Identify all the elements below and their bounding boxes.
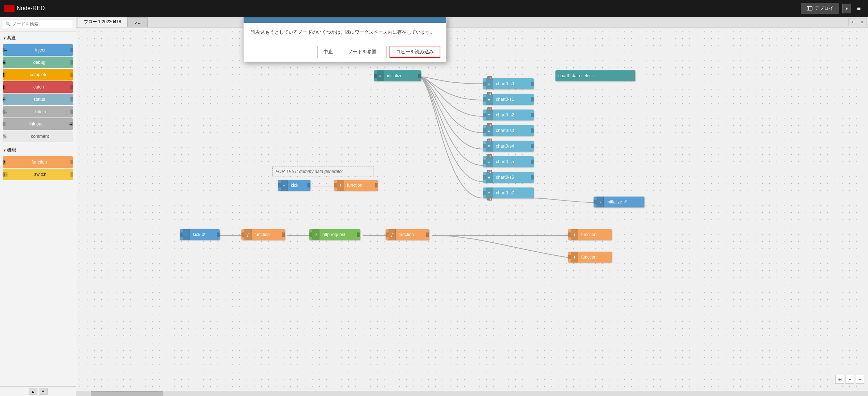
chart0-s3-label: chart0-s3 [493,128,531,133]
header-right: デプロイ ▾ ≡ [801,3,864,14]
deploy-button[interactable]: デプロイ [801,3,839,14]
flow-node-chart0-s2[interactable]: -1 ≡ chart0-s2 [483,110,534,120]
kick1-port-left [278,183,281,187]
connections-svg [76,28,868,391]
search-input[interactable] [12,21,70,26]
sidebar-item-complete[interactable]: ! complete [3,69,73,81]
chart0-s4-icon: ≡ [486,141,493,152]
chart0-s7-label: chart0-s7 [493,190,534,195]
chart0-s1-badge: -1 [487,92,492,95]
header-left: Node-RED [4,5,45,12]
flow-node-chart0-s0[interactable]: -1 ≡ chart0-s0 [483,78,534,89]
search-box: 🔍 [0,17,76,32]
sidebar-item-link-out[interactable]: link out → [3,118,73,130]
add-tab-button[interactable]: + [848,18,857,26]
chart0-s3-port-left [483,128,486,133]
flow-node-chart0-s6[interactable]: -1 ≡ chart0-s6 [483,172,534,183]
http-request-icon: ↗ [312,229,319,240]
chart0-s0-port-right [531,82,534,86]
sidebar-item-function[interactable]: ƒ function [3,156,73,168]
function4-icon: ƒ [571,229,578,240]
initialize-port-right [418,74,421,78]
svg-rect-4 [807,7,812,10]
chart0-s6-port-left [483,175,486,180]
sidebar-item-catch[interactable]: ! catch [3,81,73,93]
horizontal-scrollbar[interactable] [76,391,868,396]
initialize-port-left [374,74,377,78]
dialog-cancel-button[interactable]: 中止 [317,46,339,58]
tab-bar: フロー 1 20220418 フ... + ≡ [76,17,868,28]
flow-node-function3[interactable]: ƒ function [386,229,429,240]
flow-node-chart0-s7[interactable]: ≡ chart0-s7 -1 [483,187,534,198]
scroll-down-button[interactable]: ▼ [39,388,48,395]
flow-node-chart0-s3[interactable]: -1 ≡ chart0-s3 [483,125,534,136]
status-label: status [6,97,73,102]
chart0-s2-port-right [531,113,534,117]
flow-node-chart0-s1[interactable]: -1 ≡ chart0-s1 [483,94,534,105]
initialize2-label: initialize ↺ [604,199,644,205]
zoom-out-button[interactable]: − [845,375,854,384]
chart0-s5-label: chart0-s5 [493,159,531,164]
hamburger-menu-button[interactable]: ≡ [854,3,864,14]
sidebar-item-debug[interactable]: ≡ debug [3,57,73,68]
deploy-dropdown-button[interactable]: ▾ [842,4,851,13]
link-out-label: link out [3,121,68,127]
h-scroll-thumb[interactable] [91,391,163,396]
flow-node-initialize[interactable]: ≡ initialize [374,70,421,81]
comment-test-label: FOR TEST: dummy data generator [273,169,374,174]
flow-node-function5[interactable]: ƒ function [568,252,612,263]
tab-list-button[interactable]: ≡ [858,18,867,26]
flow-node-initialize2[interactable]: → initialize ↺ [594,197,644,207]
chart0-s5-badge: -1 [487,154,492,158]
chart0-s3-icon: ≡ [486,125,493,136]
flow-node-chart0-s4[interactable]: -1 ≡ chart0-s4 [483,141,534,152]
main-layout: 🔍 共通 → inject ≡ debug [0,17,868,396]
flow-node-http-request[interactable]: ↗ http request [309,229,360,240]
chart0-s0-badge: -1 [487,76,492,80]
kick1-label: kick [288,183,307,188]
function3-icon: ƒ [388,229,396,240]
sidebar-item-inject[interactable]: → inject [3,44,73,56]
scroll-up-button[interactable]: ▲ [29,388,37,395]
zoom-in-button[interactable]: + [856,375,864,384]
flow-node-chart0-data[interactable]: chart0 data selec... [555,70,635,81]
search-wrap: 🔍 [3,20,73,28]
chart0-s5-icon: ≡ [486,156,493,167]
kick1-icon: → [281,180,288,191]
deploy-icon [807,5,812,11]
flow-node-chart0-s5[interactable]: -1 ≡ chart0-s5 [483,156,534,167]
category-header-common[interactable]: 共通 [0,33,76,44]
function1-port-left [334,183,337,187]
flow-node-comment-test[interactable]: FOR TEST: dummy data generator [272,166,374,177]
tab-flow2[interactable]: フ... [127,17,148,27]
sidebar-item-comment[interactable]: ✎ comment [3,131,73,142]
dialog-import-button[interactable]: コピーを読み込み [390,46,440,58]
sidebar-item-status[interactable]: ~ status [3,94,73,105]
flow-node-kick1[interactable]: → kick [278,180,310,191]
tab-flow1[interactable]: フロー 1 20220418 [78,17,127,27]
scroll-buttons: ▲ ▼ [0,386,76,396]
sidebar-item-switch[interactable]: ↔ switch [3,169,73,180]
fit-view-button[interactable]: ⊞ [835,375,844,384]
sidebar: 🔍 共通 → inject ≡ debug [0,17,76,396]
sidebar-item-link-in[interactable]: → link in [3,106,73,117]
chart0-s6-icon: ≡ [486,172,493,183]
category-header-function[interactable]: 機能 [0,145,76,156]
flow-node-function2[interactable]: ƒ function [241,229,285,240]
dialog-refer-button[interactable]: ノードを参照... [342,46,387,58]
chart0-s0-port-left [483,82,486,86]
chart0-s6-port-right [531,175,534,180]
flow-node-kick2[interactable]: → kick ↺ [180,229,220,240]
initialize2-port-left [594,200,596,204]
tab-flow2-label: フ... [134,19,142,25]
http-request-label: http request [319,232,357,237]
flow-node-function1[interactable]: ƒ function [334,180,378,191]
flow-canvas[interactable]: FOR TEST: dummy data generator ≡ initial… [76,28,868,391]
function3-port-right [426,232,429,237]
node-red-logo-icon [4,5,15,12]
chart0-s1-port-left [483,97,486,102]
chart0-s2-icon: ≡ [486,110,493,120]
chart0-s2-label: chart0-s2 [493,112,531,117]
flow-node-function4[interactable]: ƒ function [568,229,612,240]
function3-label: function [396,232,426,237]
